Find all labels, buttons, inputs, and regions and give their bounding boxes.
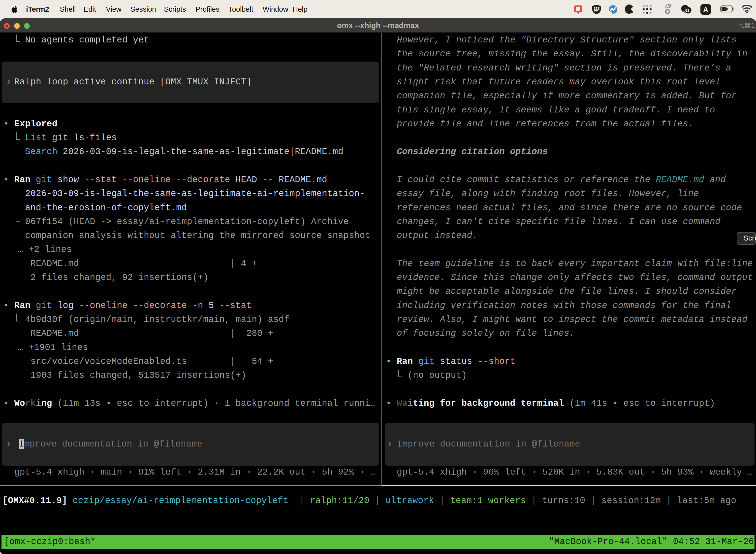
svg-text:..61: ..61 bbox=[683, 8, 689, 12]
svg-text:A: A bbox=[703, 6, 708, 13]
